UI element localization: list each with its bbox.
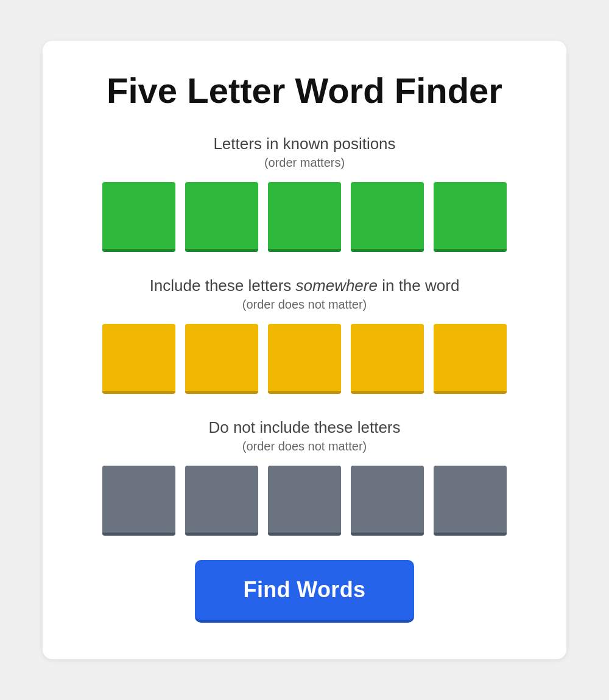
main-card: Five Letter Word Finder Letters in known… <box>43 41 566 659</box>
include-letters-section: Include these letters somewhere in the w… <box>79 276 530 394</box>
include-tile-1[interactable] <box>102 324 175 394</box>
find-words-button[interactable]: Find Words <box>195 560 414 623</box>
exclude-tile-3[interactable] <box>268 466 341 536</box>
include-label-italic: somewhere <box>296 276 378 295</box>
known-positions-label: Letters in known positions <box>79 135 530 153</box>
exclude-letters-section: Do not include these letters (order does… <box>79 418 530 536</box>
known-tile-3[interactable] <box>268 182 341 252</box>
known-tile-1[interactable] <box>102 182 175 252</box>
known-tile-4[interactable] <box>351 182 424 252</box>
include-letters-sublabel: (order does not matter) <box>79 298 530 312</box>
known-positions-tiles <box>79 182 530 252</box>
include-label-suffix: in the word <box>378 276 459 295</box>
exclude-tile-2[interactable] <box>185 466 258 536</box>
known-positions-sublabel: (order matters) <box>79 156 530 170</box>
known-positions-section: Letters in known positions (order matter… <box>79 135 530 252</box>
exclude-tile-4[interactable] <box>351 466 424 536</box>
include-tile-5[interactable] <box>434 324 507 394</box>
include-tile-2[interactable] <box>185 324 258 394</box>
include-label-prefix: Include these letters <box>150 276 296 295</box>
exclude-tile-1[interactable] <box>102 466 175 536</box>
include-letters-tiles <box>79 324 530 394</box>
exclude-letters-label: Do not include these letters <box>79 418 530 437</box>
exclude-letters-sublabel: (order does not matter) <box>79 439 530 453</box>
exclude-letters-tiles <box>79 466 530 536</box>
known-tile-2[interactable] <box>185 182 258 252</box>
page-title: Five Letter Word Finder <box>79 71 530 110</box>
include-tile-4[interactable] <box>351 324 424 394</box>
include-letters-label: Include these letters somewhere in the w… <box>79 276 530 295</box>
exclude-tile-5[interactable] <box>434 466 507 536</box>
include-tile-3[interactable] <box>268 324 341 394</box>
known-tile-5[interactable] <box>434 182 507 252</box>
